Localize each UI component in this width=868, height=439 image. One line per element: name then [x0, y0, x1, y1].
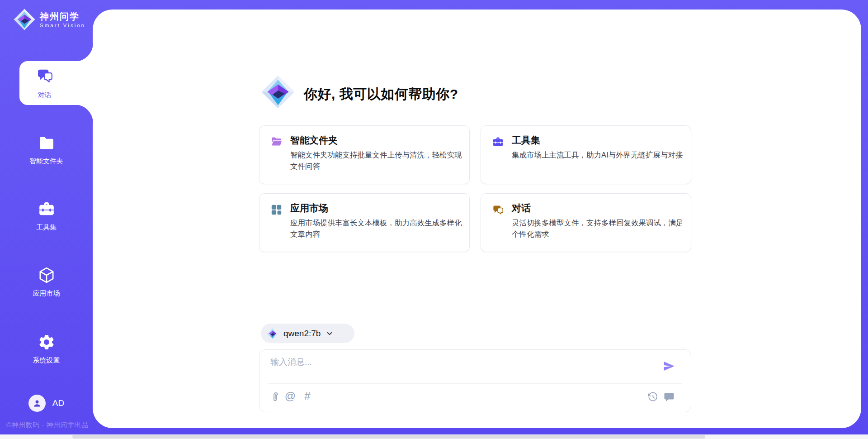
model-name: qwen2:7b: [283, 329, 321, 339]
card-toolset[interactable]: 工具集 集成市场上主流工具，助力AI与外界无缝扩展与对接: [481, 125, 691, 184]
tab-curve-bottom: [75, 105, 93, 123]
sidebar-item-chat[interactable]: 对话: [19, 61, 93, 105]
brand-logo-icon: [14, 9, 35, 30]
send-icon: [663, 360, 675, 372]
person-icon: [32, 398, 42, 409]
card-title: 智能文件夹: [290, 134, 338, 147]
card-title: 应用市场: [290, 202, 328, 215]
model-logo-icon: [267, 328, 278, 339]
quick-phrases-button[interactable]: [664, 391, 675, 402]
avatar: [28, 395, 46, 412]
chat-icon: [36, 67, 54, 85]
app-root: 神州问学 Smart Vision 对话 智能文件夹 工具集 应用市场 系统设置…: [0, 0, 868, 439]
card-description: 集成市场上主流工具，助力AI与外界无缝扩展与对接: [512, 149, 684, 161]
mention-button[interactable]: @: [284, 390, 297, 402]
gear-icon: [38, 333, 56, 351]
card-chat[interactable]: 对话 灵活切换多模型文件，支持多样回复效果调试，满足个性化需求: [481, 193, 691, 252]
paperclip-icon: [270, 391, 281, 402]
chat-bubble-icon: [664, 391, 675, 402]
briefcase-icon: [38, 200, 56, 218]
message-input[interactable]: [269, 355, 651, 381]
open-folder-icon: [270, 136, 283, 148]
composer-divider: [269, 383, 682, 384]
card-app-market[interactable]: 应用市场 应用市场提供丰富长文本模板，助力高效生成多样化文章内容: [259, 193, 470, 252]
user-profile[interactable]: AD: [0, 395, 93, 412]
greeting-title: 你好, 我可以如何帮助你?: [304, 85, 458, 104]
model-selector[interactable]: qwen2:7b: [261, 324, 354, 343]
message-composer: @ #: [259, 349, 691, 412]
sidebar-item-label: 对话: [38, 91, 52, 100]
sidebar-item-label: 系统设置: [0, 356, 93, 365]
card-description: 智能文件夹功能支持批量文件上传与清洗，轻松实现文件问答: [290, 149, 463, 172]
sidebar-item-system-settings[interactable]: 系统设置: [0, 333, 93, 365]
folder-icon: [38, 134, 56, 152]
hashtag-icon: #: [304, 390, 310, 402]
greeting-logo-icon: [261, 75, 295, 109]
briefcase-icon: [492, 136, 504, 148]
card-title: 工具集: [512, 134, 540, 147]
horizontal-scrollbar: [0, 434, 868, 439]
attach-button[interactable]: [270, 391, 281, 402]
card-smart-folder[interactable]: 智能文件夹 智能文件夹功能支持批量文件上传与清洗，轻松实现文件问答: [259, 125, 470, 184]
history-button[interactable]: [647, 391, 658, 402]
sidebar-item-label: 工具集: [0, 223, 93, 232]
brand-title: 神州问学: [40, 11, 85, 22]
card-description: 灵活切换多模型文件，支持多样回复效果调试，满足个性化需求: [512, 217, 684, 240]
sidebar-item-app-market[interactable]: 应用市场: [0, 266, 93, 298]
card-title: 对话: [512, 202, 531, 215]
send-button[interactable]: [663, 360, 675, 372]
copyright-text: ©神州数码 · 神州问学出品: [6, 421, 88, 429]
brand: 神州问学 Smart Vision: [14, 9, 85, 30]
card-description: 应用市场提供丰富长文本模板，助力高效生成多样化文章内容: [290, 217, 463, 240]
at-icon: @: [285, 390, 296, 402]
grid-icon: [270, 204, 283, 216]
sidebar-item-label: 智能文件夹: [0, 157, 93, 166]
scrollbar-thumb[interactable]: [72, 435, 705, 439]
sidebar-item-toolset[interactable]: 工具集: [0, 200, 93, 232]
sidebar-item-label: 应用市场: [0, 289, 93, 298]
chat-icon: [492, 204, 504, 216]
sidebar-item-smart-folder[interactable]: 智能文件夹: [0, 134, 93, 166]
user-name: AD: [52, 398, 64, 408]
hashtag-button[interactable]: #: [301, 390, 314, 402]
brand-subtitle: Smart Vision: [40, 23, 85, 28]
chevron-down-icon: [326, 329, 334, 338]
cube-icon: [38, 266, 56, 284]
history-icon: [647, 391, 658, 402]
tab-curve-top: [75, 43, 93, 62]
